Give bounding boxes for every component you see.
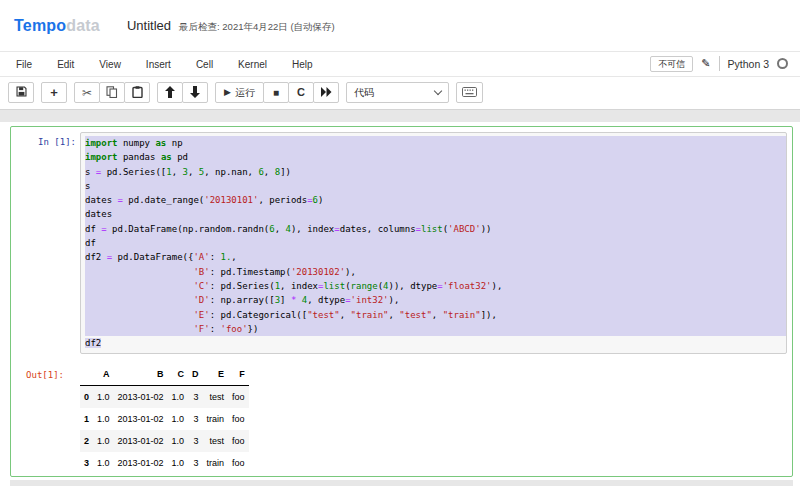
df-row: 11.02013-01-021.03trainfoo bbox=[80, 408, 249, 430]
df-col-header: E bbox=[203, 363, 229, 386]
toolbar: + ✂ ▶ 运行 ■ C bbox=[0, 77, 800, 109]
menu-bar: FileEditViewInsertCellKernelHelp 不可信 ✎ P… bbox=[0, 51, 800, 77]
input-row: In [1]: import numpy as npimport pandas … bbox=[16, 132, 787, 354]
df-index-cell: 2 bbox=[80, 430, 93, 452]
df-cell: 1.0 bbox=[168, 430, 189, 452]
df-cell: 1.0 bbox=[93, 386, 114, 409]
menu-item-view[interactable]: View bbox=[99, 59, 121, 70]
code-line: 'D': np.array([3] * 4, dtype='int32'), bbox=[85, 293, 786, 307]
code-line: df2 bbox=[85, 336, 786, 350]
df-cell: test bbox=[203, 386, 229, 409]
paste-icon bbox=[132, 86, 143, 100]
save-button[interactable] bbox=[8, 82, 34, 103]
move-down-button[interactable] bbox=[182, 82, 208, 103]
df-cell: 2013-01-02 bbox=[114, 408, 168, 430]
menu-item-help[interactable]: Help bbox=[292, 59, 313, 70]
code-cell[interactable]: In [1]: import numpy as npimport pandas … bbox=[10, 126, 793, 477]
df-cell: 1.0 bbox=[93, 408, 114, 430]
df-cell: 1.0 bbox=[168, 386, 189, 409]
page-bottom-strip bbox=[10, 480, 793, 486]
df-cell: 2013-01-02 bbox=[114, 386, 168, 409]
code-line: 'F': 'foo'}) bbox=[85, 322, 786, 336]
pencil-icon[interactable]: ✎ bbox=[701, 57, 710, 70]
df-col-header: D bbox=[188, 363, 203, 386]
code-line: df = pd.DataFrame(np.random.randn(6, 4),… bbox=[85, 222, 786, 236]
restart-kernel-button[interactable]: C bbox=[288, 82, 314, 103]
stop-icon: ■ bbox=[273, 88, 279, 98]
code-line: dates bbox=[85, 207, 786, 221]
code-line: 'E': pd.Categorical(["test", "train", "t… bbox=[85, 308, 786, 322]
restart-run-all-button[interactable] bbox=[313, 82, 339, 103]
notebook-title[interactable]: Untitled bbox=[127, 18, 171, 33]
menu-item-file[interactable]: File bbox=[16, 59, 32, 70]
add-cell-icon: + bbox=[50, 86, 58, 99]
checkpoint-status: 最后检查: 2021年4月22日 (自动保存) bbox=[179, 21, 335, 34]
input-prompt: In [1]: bbox=[16, 132, 80, 149]
df-col-header bbox=[80, 363, 93, 386]
restart-run-all-icon bbox=[320, 87, 332, 99]
move-down-icon bbox=[190, 86, 200, 100]
df-cell: 1.0 bbox=[93, 452, 114, 474]
menu-item-edit[interactable]: Edit bbox=[57, 59, 74, 70]
menu-item-cell[interactable]: Cell bbox=[196, 59, 213, 70]
menu-right: 不可信 ✎ Python 3 bbox=[650, 56, 788, 73]
code-line: 'C': pd.Series(1, index=list(range(4)), … bbox=[85, 279, 786, 293]
df-cell: 2013-01-02 bbox=[114, 430, 168, 452]
chevron-down-icon bbox=[434, 87, 442, 95]
run-button[interactable]: ▶ 运行 bbox=[215, 82, 264, 103]
df-cell: foo bbox=[228, 430, 249, 452]
cell-type-select[interactable]: 代码 bbox=[346, 82, 449, 103]
menu-item-kernel[interactable]: Kernel bbox=[238, 59, 267, 70]
cut-button[interactable]: ✂ bbox=[74, 82, 100, 103]
output-area: ABCDEF 01.02013-01-021.03testfoo11.02013… bbox=[80, 363, 249, 474]
logo-primary: Tempo bbox=[14, 17, 66, 34]
df-row: 01.02013-01-021.03testfoo bbox=[80, 386, 249, 409]
df-header-row: ABCDEF bbox=[80, 363, 249, 386]
menu-items: FileEditViewInsertCellKernelHelp bbox=[16, 59, 338, 70]
cell-type-value: 代码 bbox=[354, 86, 374, 100]
df-col-header: C bbox=[168, 363, 189, 386]
df-cell: 3 bbox=[188, 452, 203, 474]
df-cell: foo bbox=[228, 452, 249, 474]
stop-button[interactable]: ■ bbox=[263, 82, 289, 103]
logo-secondary: data bbox=[66, 17, 100, 34]
keyboard-icon bbox=[462, 87, 477, 99]
df-index-cell: 3 bbox=[80, 452, 93, 474]
kernel-status-icon bbox=[777, 58, 788, 69]
copy-icon bbox=[106, 86, 118, 100]
app-logo[interactable]: Tempodata bbox=[14, 17, 100, 35]
code-line: df bbox=[85, 236, 786, 250]
move-up-button[interactable] bbox=[157, 82, 183, 103]
df-cell: 3 bbox=[188, 430, 203, 452]
code-line: dates = pd.date_range('20130101', period… bbox=[85, 193, 786, 207]
df-cell: 3 bbox=[188, 408, 203, 430]
app-header: Tempodata Untitled 最后检查: 2021年4月22日 (自动保… bbox=[0, 0, 800, 51]
notebook-area: In [1]: import numpy as npimport pandas … bbox=[0, 122, 800, 486]
code-line: import numpy as np bbox=[85, 136, 786, 150]
paste-button[interactable] bbox=[124, 82, 150, 103]
df-col-header: A bbox=[93, 363, 114, 386]
run-icon: ▶ bbox=[224, 88, 231, 97]
df-cell: 3 bbox=[188, 386, 203, 409]
menu-item-insert[interactable]: Insert bbox=[146, 59, 171, 70]
notebook-top-band bbox=[0, 109, 800, 122]
add-cell-button[interactable]: + bbox=[41, 82, 67, 103]
restart-icon: C bbox=[297, 87, 305, 98]
df-col-header: B bbox=[114, 363, 168, 386]
code-editor[interactable]: import numpy as npimport pandas as pds =… bbox=[80, 132, 787, 354]
save-icon bbox=[16, 86, 27, 99]
move-up-icon bbox=[165, 86, 175, 100]
code-line: s bbox=[85, 179, 786, 193]
code-line: 'B': pd.Timestamp('20130102'), bbox=[85, 265, 786, 279]
run-label: 运行 bbox=[235, 86, 255, 100]
df-cell: foo bbox=[228, 386, 249, 409]
dataframe-table: ABCDEF 01.02013-01-021.03testfoo11.02013… bbox=[80, 363, 249, 474]
trusted-button[interactable]: 不可信 bbox=[650, 56, 693, 73]
df-row: 21.02013-01-021.03testfoo bbox=[80, 430, 249, 452]
copy-button[interactable] bbox=[99, 82, 125, 103]
df-index-cell: 0 bbox=[80, 386, 93, 409]
cut-icon: ✂ bbox=[82, 87, 92, 99]
output-prompt: Out[1]: bbox=[16, 363, 80, 382]
df-cell: test bbox=[203, 430, 229, 452]
command-palette-button[interactable] bbox=[456, 82, 483, 103]
